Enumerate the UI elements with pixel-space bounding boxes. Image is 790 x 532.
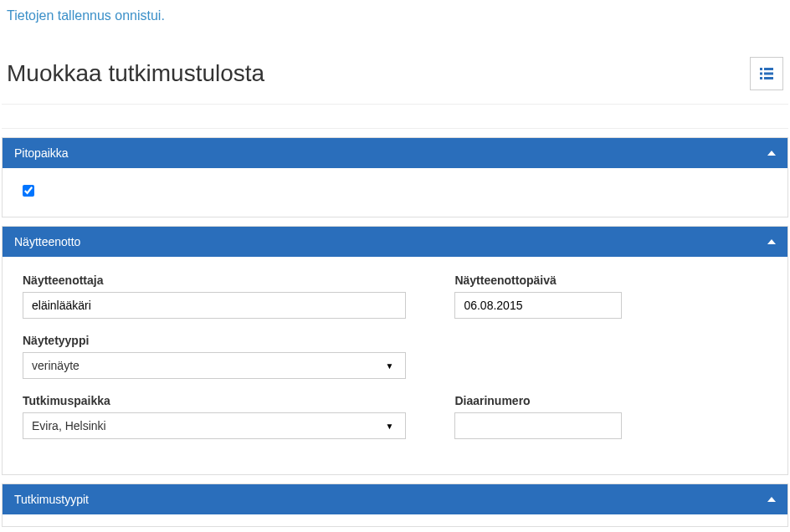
panel-location-header[interactable]: Pitopaikka bbox=[3, 138, 787, 168]
select-sample-type-value: verinäyte bbox=[32, 359, 80, 372]
field-sample-date: Näytteenottopäivä bbox=[454, 274, 767, 319]
svg-rect-1 bbox=[764, 68, 773, 70]
panel-location-body bbox=[3, 168, 787, 217]
panel-research-types-title: Tutkimustyypit bbox=[14, 493, 89, 506]
select-research-place[interactable]: Evira, Helsinki ▼ bbox=[23, 412, 406, 439]
select-research-place-value: Evira, Helsinki bbox=[32, 419, 106, 432]
field-sampler: Näytteenottaja bbox=[23, 274, 406, 319]
panel-location: Pitopaikka bbox=[2, 137, 788, 217]
svg-rect-2 bbox=[760, 73, 762, 75]
chevron-down-icon: ▼ bbox=[382, 417, 397, 435]
panel-sampling-body: Näytteenottaja Näytteenottopäivä Näytety… bbox=[3, 257, 787, 474]
panel-research-types-body bbox=[3, 514, 787, 526]
svg-rect-0 bbox=[760, 68, 762, 70]
panel-sampling: Näytteenotto Näytteenottaja Näytteenotto… bbox=[2, 226, 788, 475]
panel-sampling-title: Näytteenotto bbox=[14, 235, 80, 248]
svg-rect-4 bbox=[760, 77, 762, 79]
select-sample-type[interactable]: verinäyte ▼ bbox=[23, 352, 406, 379]
page-header: Muokkaa tutkimustulosta bbox=[0, 28, 790, 99]
caret-up-icon bbox=[767, 151, 776, 156]
label-sample-type: Näytetyyppi bbox=[23, 334, 406, 347]
caret-up-icon bbox=[767, 497, 776, 502]
list-button[interactable] bbox=[750, 57, 783, 90]
panel-location-title: Pitopaikka bbox=[14, 146, 69, 160]
svg-rect-3 bbox=[764, 73, 773, 75]
input-sample-date[interactable] bbox=[454, 292, 622, 319]
location-item-row bbox=[23, 185, 767, 197]
label-diary-number: Diaarinumero bbox=[454, 394, 767, 407]
label-sampler: Näytteenottaja bbox=[23, 274, 406, 287]
location-item-checkbox[interactable] bbox=[23, 185, 34, 197]
panel-research-types: Tutkimustyypit bbox=[2, 483, 788, 527]
banner-strip bbox=[2, 104, 788, 129]
list-icon bbox=[760, 68, 773, 79]
field-research-place: Tutkimuspaikka Evira, Helsinki ▼ bbox=[23, 394, 406, 439]
panel-sampling-header[interactable]: Näytteenotto bbox=[3, 227, 787, 257]
status-message: Tietojen tallennus onnistui. bbox=[0, 0, 790, 28]
input-sampler[interactable] bbox=[23, 292, 406, 319]
input-diary-number[interactable] bbox=[454, 412, 622, 439]
field-sample-type: Näytetyyppi verinäyte ▼ bbox=[23, 334, 406, 379]
label-sample-date: Näytteenottopäivä bbox=[454, 274, 767, 287]
caret-up-icon bbox=[767, 239, 776, 244]
page-title: Muokkaa tutkimustulosta bbox=[7, 60, 264, 87]
svg-rect-5 bbox=[764, 77, 773, 79]
panel-research-types-header[interactable]: Tutkimustyypit bbox=[3, 484, 787, 514]
label-research-place: Tutkimuspaikka bbox=[23, 394, 406, 407]
field-diary-number: Diaarinumero bbox=[454, 394, 767, 439]
chevron-down-icon: ▼ bbox=[382, 356, 397, 375]
